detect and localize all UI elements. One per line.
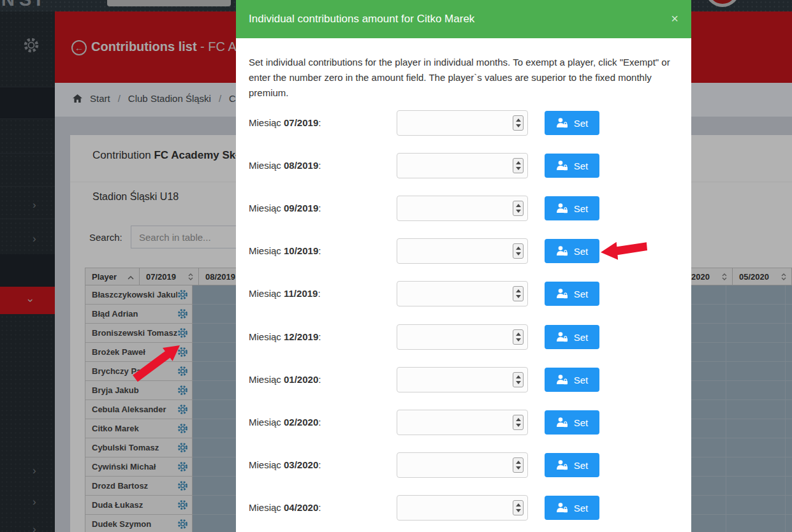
month-label: Miesiąc 07/2019: <box>249 110 321 136</box>
spinner-down-icon[interactable] <box>516 124 521 127</box>
number-spinner[interactable] <box>513 415 524 430</box>
month-label: Miesiąc 02/2020: <box>249 410 321 435</box>
amount-input-wrap <box>397 196 528 221</box>
modal-description: Set individual contributions for the pla… <box>249 55 680 101</box>
month-label: Miesiąc 08/2019: <box>249 153 321 178</box>
set-button[interactable]: Set <box>545 196 599 220</box>
set-button-label: Set <box>574 161 589 171</box>
modal-header: Individual contributions amount for Citk… <box>236 0 691 38</box>
set-button[interactable]: Set <box>545 154 599 178</box>
number-spinner[interactable] <box>513 286 524 301</box>
app-screen: NSI j › › › › › › ← Contributions list -… <box>0 0 792 532</box>
amount-input[interactable] <box>397 238 528 264</box>
user-lock-icon <box>556 161 569 171</box>
set-button[interactable]: Set <box>545 368 599 392</box>
amount-input[interactable] <box>397 367 528 392</box>
user-lock-icon <box>556 332 569 342</box>
amount-input-wrap <box>397 110 528 136</box>
set-button-label: Set <box>574 503 589 514</box>
close-icon[interactable]: × <box>671 11 678 26</box>
month-contribution-row: Miesiąc 12/2019: Set <box>249 324 678 350</box>
user-lock-icon <box>556 203 569 213</box>
month-contribution-row: Miesiąc 08/2019: Set <box>249 153 678 178</box>
amount-input[interactable] <box>397 281 528 306</box>
number-spinner[interactable] <box>513 372 524 387</box>
set-button[interactable]: Set <box>545 496 599 520</box>
number-spinner[interactable] <box>513 201 524 216</box>
month-label: Miesiąc 03/2020: <box>249 452 321 478</box>
user-lock-icon <box>556 118 569 128</box>
spinner-up-icon[interactable] <box>516 161 521 164</box>
spinner-up-icon[interactable] <box>516 119 521 122</box>
set-button[interactable]: Set <box>545 111 599 135</box>
user-lock-icon <box>556 246 569 256</box>
spinner-up-icon[interactable] <box>516 375 521 378</box>
spinner-down-icon[interactable] <box>516 252 521 255</box>
user-lock-icon <box>556 460 569 470</box>
number-spinner[interactable] <box>513 158 524 173</box>
spinner-down-icon[interactable] <box>516 338 521 341</box>
set-button[interactable]: Set <box>545 410 599 435</box>
individual-contributions-modal: Individual contributions amount for Citk… <box>236 0 691 532</box>
month-label: Miesiąc 04/2020: <box>249 495 321 521</box>
spinner-down-icon[interactable] <box>516 509 521 512</box>
number-spinner[interactable] <box>513 329 524 345</box>
set-button-label: Set <box>574 332 589 343</box>
set-button-label: Set <box>574 246 589 257</box>
amount-input[interactable] <box>397 495 528 521</box>
spinner-down-icon[interactable] <box>516 424 521 427</box>
amount-input-wrap <box>397 410 528 435</box>
spinner-up-icon[interactable] <box>516 204 521 207</box>
set-button-label: Set <box>574 118 589 129</box>
amount-input-wrap <box>397 495 528 521</box>
amount-input[interactable] <box>397 196 528 221</box>
set-button[interactable]: Set <box>545 239 599 263</box>
user-lock-icon <box>556 289 569 299</box>
user-lock-icon <box>556 503 569 513</box>
amount-input-wrap <box>397 324 528 350</box>
number-spinner[interactable] <box>513 115 524 131</box>
modal-title: Individual contributions amount for Citk… <box>249 0 474 38</box>
spinner-up-icon[interactable] <box>516 461 521 464</box>
amount-input-wrap <box>397 238 528 264</box>
month-contribution-row: Miesiąc 04/2020: Set <box>249 495 678 521</box>
amount-input[interactable] <box>397 410 528 435</box>
set-button[interactable]: Set <box>545 282 599 306</box>
month-contribution-row: Miesiąc 11/2019: Set <box>249 281 678 306</box>
month-contribution-row: Miesiąc 09/2019: Set <box>249 196 678 221</box>
month-contribution-row: Miesiąc 07/2019: Set <box>249 110 678 136</box>
set-button-label: Set <box>574 203 589 214</box>
set-button-label: Set <box>574 289 589 299</box>
month-contribution-row: Miesiąc 01/2020: Set <box>249 367 678 392</box>
month-label: Miesiąc 09/2019: <box>249 196 321 221</box>
set-button[interactable]: Set <box>545 325 599 349</box>
spinner-up-icon[interactable] <box>516 289 521 292</box>
amount-input[interactable] <box>397 452 528 478</box>
amount-input-wrap <box>397 281 528 306</box>
spinner-down-icon[interactable] <box>516 295 521 298</box>
month-label: Miesiąc 01/2020: <box>249 367 321 392</box>
amount-input-wrap <box>397 153 528 178</box>
amount-input[interactable] <box>397 110 528 136</box>
number-spinner[interactable] <box>513 500 524 515</box>
set-button[interactable]: Set <box>545 453 599 477</box>
spinner-up-icon[interactable] <box>516 247 521 250</box>
month-label: Miesiąc 12/2019: <box>249 324 321 350</box>
set-button-label: Set <box>574 460 589 471</box>
spinner-down-icon[interactable] <box>516 210 521 213</box>
amount-input-wrap <box>397 367 528 392</box>
spinner-down-icon[interactable] <box>516 466 521 470</box>
user-lock-icon <box>556 417 569 428</box>
spinner-up-icon[interactable] <box>516 418 521 421</box>
amount-input-wrap <box>397 452 528 478</box>
spinner-down-icon[interactable] <box>516 381 521 384</box>
spinner-up-icon[interactable] <box>516 503 521 507</box>
spinner-up-icon[interactable] <box>516 333 521 336</box>
number-spinner[interactable] <box>513 243 524 259</box>
amount-input[interactable] <box>397 153 528 178</box>
month-contribution-row: Miesiąc 03/2020: Set <box>249 452 678 478</box>
amount-input[interactable] <box>397 324 528 350</box>
month-label: Miesiąc 10/2019: <box>249 238 321 264</box>
number-spinner[interactable] <box>513 457 524 473</box>
spinner-down-icon[interactable] <box>516 167 521 170</box>
